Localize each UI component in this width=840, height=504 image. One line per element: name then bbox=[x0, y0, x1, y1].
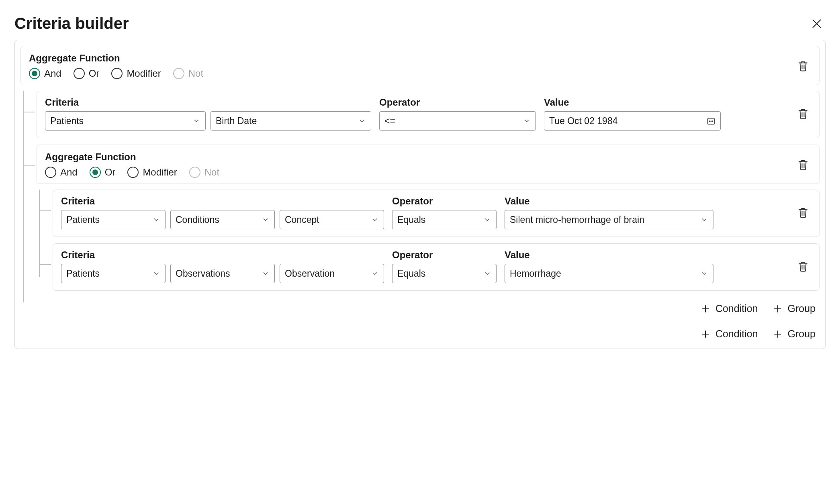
delete-row-button[interactable] bbox=[795, 204, 811, 220]
chevron-down-icon bbox=[700, 269, 708, 278]
criteria-subentity-value: Conditions bbox=[176, 214, 219, 225]
chevron-down-icon bbox=[262, 216, 270, 224]
plus-icon bbox=[773, 304, 783, 314]
criteria-entity-dropdown[interactable]: Patients bbox=[61, 210, 166, 229]
close-button[interactable] bbox=[808, 15, 826, 33]
chevron-down-icon bbox=[358, 117, 366, 125]
criteria-row: Criteria Patients Birth Date bbox=[37, 91, 820, 138]
add-condition-button[interactable]: Condition bbox=[700, 328, 758, 340]
value-text: Hemorrhage bbox=[510, 268, 561, 279]
delete-group-button[interactable] bbox=[795, 157, 811, 173]
criteria-label: Criteria bbox=[45, 97, 371, 108]
value-label: Value bbox=[544, 97, 721, 108]
criteria-label: Criteria bbox=[61, 249, 384, 261]
add-group-label: Group bbox=[788, 303, 815, 314]
value-date-input[interactable]: Tue Oct 02 1984 bbox=[544, 111, 721, 131]
operator-label: Operator bbox=[392, 249, 497, 261]
chevron-down-icon bbox=[483, 216, 491, 224]
criteria-subentity-value: Observations bbox=[176, 268, 230, 279]
operator-value: Equals bbox=[397, 214, 425, 225]
criteria-field-value: Observation bbox=[285, 268, 335, 279]
criteria-entity-dropdown[interactable]: Patients bbox=[45, 111, 206, 131]
criteria-field-value: Concept bbox=[285, 214, 319, 225]
svg-point-7 bbox=[712, 121, 713, 122]
radio-modifier[interactable]: Modifier bbox=[127, 167, 177, 178]
criteria-entity-dropdown[interactable]: Patients bbox=[61, 264, 166, 283]
radio-or[interactable]: Or bbox=[90, 167, 116, 178]
operator-dropdown[interactable]: <= bbox=[379, 111, 536, 131]
criteria-row: Criteria Patients Observations bbox=[53, 243, 820, 291]
radio-and-label: And bbox=[60, 167, 78, 178]
delete-row-button[interactable] bbox=[795, 258, 811, 274]
trash-icon bbox=[797, 60, 809, 72]
operator-label: Operator bbox=[392, 196, 497, 207]
chevron-down-icon bbox=[262, 269, 270, 278]
value-label: Value bbox=[505, 196, 713, 207]
add-group-label: Group bbox=[788, 328, 815, 340]
trash-icon bbox=[797, 260, 809, 272]
criteria-field-dropdown[interactable]: Birth Date bbox=[211, 111, 371, 131]
radio-not-label: Not bbox=[204, 167, 219, 178]
radio-or-label: Or bbox=[105, 167, 116, 178]
group-nested: Aggregate Function And Or bbox=[37, 145, 820, 184]
criteria-builder-container: Aggregate Function And Or Modifier bbox=[14, 40, 826, 349]
trash-icon bbox=[797, 206, 809, 218]
operator-dropdown[interactable]: Equals bbox=[392, 264, 497, 283]
radio-modifier-label: Modifier bbox=[127, 68, 161, 79]
criteria-entity-value: Patients bbox=[50, 116, 84, 127]
chevron-down-icon bbox=[523, 117, 531, 125]
chevron-down-icon bbox=[371, 269, 379, 278]
value-dropdown[interactable]: Silent micro-hemorrhage of brain bbox=[505, 210, 713, 229]
add-condition-label: Condition bbox=[715, 303, 758, 314]
add-group-button[interactable]: Group bbox=[773, 303, 815, 314]
delete-group-button[interactable] bbox=[795, 58, 811, 74]
criteria-field-dropdown[interactable]: Concept bbox=[280, 210, 384, 229]
value-label: Value bbox=[505, 249, 713, 261]
radio-or-label: Or bbox=[89, 68, 100, 79]
aggregate-function-label: Aggregate Function bbox=[45, 151, 219, 163]
add-condition-label: Condition bbox=[715, 328, 758, 340]
plus-icon bbox=[700, 304, 711, 314]
group-root: Aggregate Function And Or Modifier bbox=[20, 46, 820, 85]
radio-modifier[interactable]: Modifier bbox=[111, 68, 161, 79]
chevron-down-icon bbox=[152, 269, 160, 278]
operator-label: Operator bbox=[379, 97, 536, 108]
add-condition-button[interactable]: Condition bbox=[700, 303, 758, 314]
criteria-subentity-dropdown[interactable]: Observations bbox=[170, 264, 275, 283]
radio-not: Not bbox=[173, 68, 203, 79]
radio-and[interactable]: And bbox=[45, 167, 78, 178]
criteria-field-dropdown[interactable]: Observation bbox=[280, 264, 384, 283]
value-text: Silent micro-hemorrhage of brain bbox=[510, 214, 644, 225]
criteria-label: Criteria bbox=[61, 196, 384, 207]
operator-value: Equals bbox=[397, 268, 425, 279]
radio-modifier-label: Modifier bbox=[143, 167, 177, 178]
svg-point-6 bbox=[711, 121, 711, 122]
chevron-down-icon bbox=[192, 117, 200, 125]
plus-icon bbox=[700, 329, 711, 339]
plus-icon bbox=[773, 329, 783, 339]
radio-or[interactable]: Or bbox=[74, 68, 100, 79]
criteria-entity-value: Patients bbox=[66, 268, 100, 279]
chevron-down-icon bbox=[152, 216, 160, 224]
date-picker-icon bbox=[707, 116, 715, 125]
value-date-text: Tue Oct 02 1984 bbox=[549, 116, 617, 127]
chevron-down-icon bbox=[483, 269, 491, 278]
operator-value: <= bbox=[384, 116, 395, 127]
value-dropdown[interactable]: Hemorrhage bbox=[505, 264, 713, 283]
svg-point-5 bbox=[709, 121, 710, 122]
criteria-entity-value: Patients bbox=[66, 214, 100, 225]
radio-and[interactable]: And bbox=[29, 68, 61, 79]
page-title: Criteria builder bbox=[14, 14, 129, 33]
add-group-button[interactable]: Group bbox=[773, 328, 815, 340]
criteria-subentity-dropdown[interactable]: Conditions bbox=[170, 210, 275, 229]
radio-not: Not bbox=[189, 167, 219, 178]
radio-not-label: Not bbox=[188, 68, 203, 79]
chevron-down-icon bbox=[371, 216, 379, 224]
delete-row-button[interactable] bbox=[795, 106, 811, 122]
trash-icon bbox=[797, 159, 809, 171]
operator-dropdown[interactable]: Equals bbox=[392, 210, 497, 229]
aggregate-function-label: Aggregate Function bbox=[29, 53, 203, 64]
criteria-field-value: Birth Date bbox=[216, 116, 257, 127]
trash-icon bbox=[797, 108, 809, 120]
criteria-row: Criteria Patients Conditions bbox=[53, 190, 820, 237]
